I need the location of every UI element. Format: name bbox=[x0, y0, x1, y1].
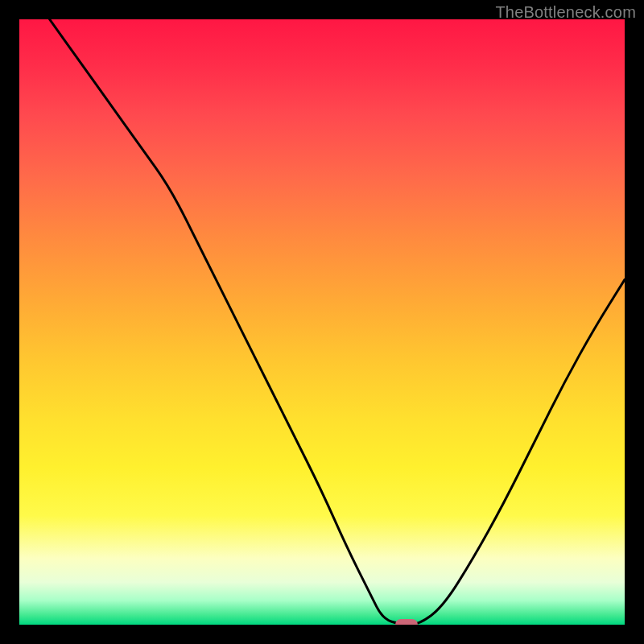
chart-frame: TheBottleneck.com bbox=[0, 0, 644, 644]
curve-svg bbox=[19, 19, 625, 625]
watermark-text: TheBottleneck.com bbox=[495, 3, 636, 22]
bottleneck-curve-line bbox=[50, 19, 625, 625]
plot-area bbox=[19, 19, 625, 625]
optimal-point-marker bbox=[395, 619, 418, 625]
